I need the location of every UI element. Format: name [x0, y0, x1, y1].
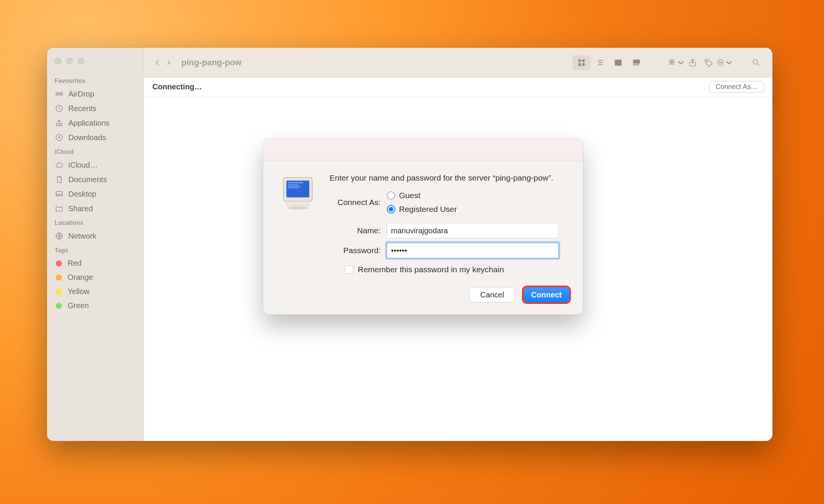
svg-point-22	[719, 62, 720, 63]
radio-registered-user[interactable]: Registered User	[387, 205, 457, 214]
doc-icon	[55, 175, 64, 184]
sidebar-item-downloads[interactable]: Downloads	[47, 130, 144, 145]
tag-dot-icon	[56, 260, 62, 267]
svg-rect-29	[288, 184, 299, 185]
clock-icon	[55, 104, 64, 113]
svg-rect-31	[288, 187, 299, 188]
svg-rect-3	[56, 192, 63, 196]
password-input[interactable]	[387, 243, 559, 258]
sidebar-item-label: Applications	[68, 119, 110, 128]
finder-window: Favourites AirDrop Recents Applications …	[47, 48, 772, 441]
remember-label: Remember this password in my keychain	[358, 265, 504, 274]
sidebar-item-label: Green	[68, 301, 89, 310]
radio-guest[interactable]: Guest	[387, 191, 457, 200]
svg-rect-12	[633, 64, 635, 65]
svg-rect-13	[635, 64, 637, 65]
svg-rect-14	[638, 64, 639, 65]
svg-rect-10	[615, 60, 622, 65]
dialog-titlebar	[263, 139, 583, 161]
radio-label: Guest	[399, 191, 420, 200]
sidebar-item-desktop[interactable]: Desktop	[47, 187, 144, 201]
svg-point-23	[720, 62, 721, 63]
radio-icon	[387, 191, 395, 200]
main-area: ping-pang-pow Connecting… Connect As…	[144, 48, 772, 441]
auth-dialog: Enter your name and password for the ser…	[263, 139, 583, 315]
sidebar-item-documents[interactable]: Documents	[47, 172, 144, 187]
cloud-icon	[55, 160, 64, 170]
sidebar-item-label: Shared	[68, 204, 93, 213]
view-columns-button[interactable]	[609, 55, 627, 70]
sidebar-item-label: Downloads	[68, 133, 106, 142]
apps-icon	[55, 118, 64, 128]
sidebar-item-label: AirDrop	[68, 90, 94, 99]
view-list-button[interactable]	[591, 55, 609, 70]
remember-checkbox[interactable]: Remember this password in my keychain	[345, 265, 569, 274]
view-gallery-button[interactable]	[627, 55, 646, 70]
sidebar-tag-yellow[interactable]: Yellow	[47, 284, 144, 299]
zoom-window-button[interactable]	[78, 58, 84, 65]
svg-rect-11	[633, 60, 640, 63]
svg-rect-7	[582, 59, 585, 61]
tag-dot-icon	[56, 275, 62, 281]
connect-as-label: Connect As:	[330, 198, 387, 207]
view-switcher	[572, 55, 646, 70]
window-title: ping-pang-pow	[181, 58, 242, 68]
sidebar-item-label: Yellow	[68, 287, 89, 296]
sidebar-item-label: Documents	[68, 175, 107, 184]
sidebar-item-icloud[interactable]: iCloud…	[47, 158, 144, 172]
cancel-button[interactable]: Cancel	[469, 287, 515, 302]
svg-rect-15	[670, 60, 672, 61]
globe-icon	[55, 231, 64, 241]
sidebar-item-label: Network	[68, 232, 96, 241]
sidebar-item-airdrop[interactable]: AirDrop	[47, 87, 144, 101]
close-window-button[interactable]	[55, 58, 61, 65]
sidebar-item-label: Recents	[68, 104, 96, 113]
forward-button[interactable]	[163, 57, 174, 69]
sidebar-item-applications[interactable]: Applications	[47, 116, 144, 130]
minimize-window-button[interactable]	[66, 58, 73, 65]
svg-point-20	[707, 61, 708, 62]
svg-point-0	[58, 93, 60, 95]
svg-rect-4	[56, 194, 63, 196]
name-label: Name:	[330, 226, 387, 235]
sidebar-tag-orange[interactable]: Orange	[47, 270, 144, 284]
name-input[interactable]	[387, 223, 559, 238]
sidebar-tag-green[interactable]: Green	[47, 299, 144, 313]
window-controls	[47, 53, 144, 74]
radio-label: Registered User	[399, 205, 457, 214]
airdrop-icon	[55, 89, 64, 99]
view-icons-button[interactable]	[572, 55, 591, 70]
search-button[interactable]	[748, 55, 764, 70]
dialog-prompt: Enter your name and password for the ser…	[330, 172, 569, 183]
status-label: Connecting…	[152, 82, 202, 91]
server-icon	[277, 174, 319, 216]
sidebar-group-tags: Tags	[47, 243, 144, 256]
svg-point-25	[753, 60, 758, 64]
status-bar: Connecting… Connect As…	[144, 78, 772, 97]
sidebar-group-icloud: iCloud	[47, 145, 144, 158]
content-area: Enter your name and password for the ser…	[144, 97, 772, 441]
sidebar-tag-red[interactable]: Red	[47, 256, 144, 270]
sidebar-item-label: Desktop	[68, 190, 96, 199]
sidebar-item-shared[interactable]: Shared	[47, 201, 144, 216]
tag-dot-icon	[56, 289, 62, 295]
tag-dot-icon	[56, 303, 62, 309]
folder-icon	[55, 204, 64, 213]
checkbox-icon	[345, 265, 353, 274]
sidebar-group-locations: Locations	[47, 216, 144, 229]
group-menu-button[interactable]	[669, 55, 685, 70]
svg-point-24	[721, 62, 722, 63]
connect-as-button[interactable]: Connect As…	[709, 81, 764, 93]
tags-button[interactable]	[701, 55, 717, 70]
back-button[interactable]	[152, 57, 163, 69]
sidebar-item-network[interactable]: Network	[47, 229, 144, 243]
connect-button[interactable]: Connect	[523, 287, 569, 302]
svg-rect-17	[670, 62, 672, 64]
svg-rect-32	[286, 201, 309, 206]
sidebar-item-recents[interactable]: Recents	[47, 101, 144, 116]
svg-rect-16	[672, 60, 674, 61]
action-menu-button[interactable]	[717, 55, 733, 70]
svg-rect-30	[288, 186, 301, 187]
share-button[interactable]	[685, 55, 701, 70]
radio-icon	[387, 205, 395, 213]
